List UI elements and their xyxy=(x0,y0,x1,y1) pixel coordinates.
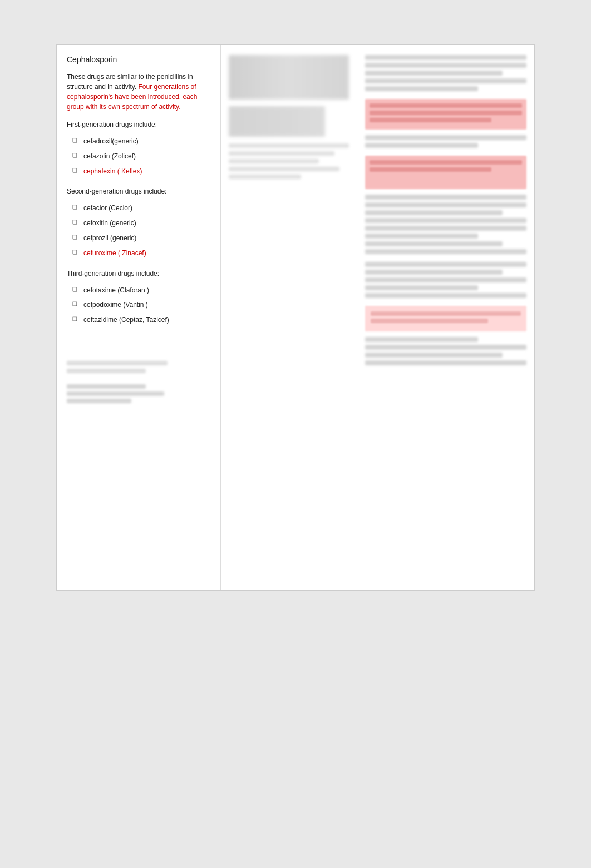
blurred-line xyxy=(365,360,526,365)
blurred-line xyxy=(229,151,334,156)
blurred-line xyxy=(229,167,339,171)
blurred-line xyxy=(365,345,526,350)
blurred-line xyxy=(365,234,478,239)
list-item: cefoxitin (generic) xyxy=(72,216,210,231)
blurred-content-block xyxy=(229,55,349,100)
blurred-line xyxy=(67,391,164,396)
list-item-highlighted: cefuroxime ( Zinacef) xyxy=(72,246,210,261)
blurred-text-block-2 xyxy=(365,135,526,148)
blurred-text-block-1 xyxy=(365,55,526,91)
blurred-line xyxy=(229,159,319,163)
blurred-line xyxy=(365,202,526,207)
blurred-line xyxy=(365,71,503,76)
blurred-line xyxy=(365,277,526,282)
column-middle xyxy=(221,45,357,590)
blurred-line xyxy=(365,86,478,91)
red-block-2 xyxy=(365,156,526,189)
list-item: ceftazidime (Ceptaz, Tazicef) xyxy=(72,313,210,328)
blurred-line xyxy=(365,262,526,267)
blurred-line xyxy=(365,270,503,275)
blurred-text-block-4 xyxy=(365,262,526,298)
list-item: cefotaxime (Claforan ) xyxy=(72,283,210,298)
list-item: cefazolin (Zolicef) xyxy=(72,149,210,164)
blurred-line xyxy=(365,218,526,223)
red-blurred-line xyxy=(370,111,522,115)
list-item-highlighted: cephalexin ( Keflex) xyxy=(72,164,210,179)
blurred-line xyxy=(365,249,526,254)
blurred-text-block-3 xyxy=(365,195,526,254)
red-block-1 xyxy=(365,99,526,130)
blurred-line xyxy=(67,384,146,389)
list-item: cefpodoxime (Vantin ) xyxy=(72,297,210,313)
drug-list-second: cefaclor (Ceclor) cefoxitin (generic) ce… xyxy=(67,201,210,260)
red-blurred-line xyxy=(370,118,491,122)
pink-blurred-line xyxy=(371,319,488,323)
page-container: Cephalosporin These drugs are similar to… xyxy=(56,44,535,591)
section-header-second: Second-generation drugs include: xyxy=(67,187,210,195)
blurred-content-block xyxy=(229,106,325,137)
bottom-blurred-area xyxy=(67,361,210,403)
column-right xyxy=(357,45,534,590)
blurred-line xyxy=(365,63,526,68)
intro-paragraph: These drugs are similar to the penicilli… xyxy=(67,72,210,112)
blurred-text-section xyxy=(229,143,349,179)
blurred-line xyxy=(67,399,131,403)
page-title: Cephalosporin xyxy=(67,55,210,64)
blurred-line xyxy=(365,55,526,60)
blurred-line xyxy=(365,226,526,231)
blurred-line xyxy=(365,135,526,140)
list-item: cefaclor (Ceclor) xyxy=(72,201,210,216)
blurred-line xyxy=(67,369,146,373)
section-header-third: Third-generation drugs include: xyxy=(67,270,210,277)
column-left: Cephalosporin These drugs are similar to… xyxy=(57,45,221,590)
red-blurred-line xyxy=(370,160,522,165)
blurred-line xyxy=(365,337,478,342)
pink-blurred-line xyxy=(371,311,521,316)
red-blurred-line xyxy=(370,103,522,108)
blurred-text-block-5 xyxy=(365,337,526,365)
blurred-line xyxy=(365,353,503,358)
blurred-line xyxy=(365,143,478,148)
drug-list-first: cefadroxil(generic) cefazolin (Zolicef) … xyxy=(67,134,210,178)
blurred-line xyxy=(365,210,503,215)
blurred-line xyxy=(229,175,301,179)
bottom-text-area xyxy=(67,384,210,403)
blurred-line xyxy=(229,143,349,148)
section-header-first: First-generation drugs include: xyxy=(67,121,210,128)
list-item: cefprozil (generic) xyxy=(72,231,210,246)
list-item: cefadroxil(generic) xyxy=(72,134,210,149)
blurred-line xyxy=(365,78,526,83)
blurred-line xyxy=(365,293,526,298)
blurred-line xyxy=(365,285,478,290)
pink-block-1 xyxy=(365,306,526,331)
drug-list-third: cefotaxime (Claforan ) cefpodoxime (Vant… xyxy=(67,283,210,328)
red-blurred-line xyxy=(370,167,491,172)
blurred-line xyxy=(365,241,503,246)
blurred-line xyxy=(365,195,526,200)
blurred-line xyxy=(67,361,168,365)
